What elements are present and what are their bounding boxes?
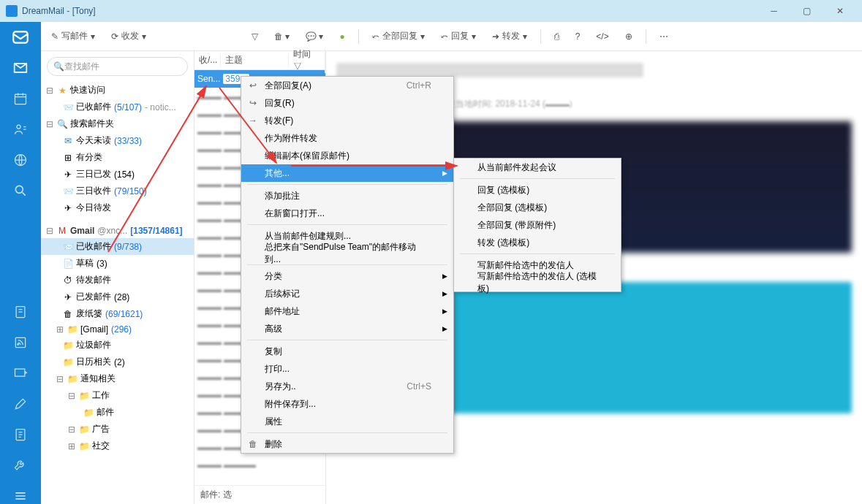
replyall-button[interactable]: ⤺ 全部回复 ▾ bbox=[369, 27, 428, 45]
mails-folder[interactable]: 📁邮件 bbox=[41, 404, 194, 421]
menu-item[interactable]: 其他...▶ bbox=[241, 164, 453, 182]
menu-item[interactable]: 总把来自"SendPulse Team"的邮件移动到... bbox=[241, 245, 453, 262]
recv-3day[interactable]: 📨三日收件 (79/150) bbox=[41, 183, 194, 199]
menu-item[interactable]: 在新窗口打开... bbox=[241, 205, 453, 222]
menu-item[interactable]: ↩全部回复(A)Ctrl+R bbox=[241, 77, 453, 94]
code-icon[interactable]: </> bbox=[593, 28, 611, 45]
gmail-folder[interactable]: ⊞📁[Gmail] (296) bbox=[41, 322, 194, 337]
svg-rect-6 bbox=[15, 337, 25, 347]
menu-item[interactable]: 附件保存到... bbox=[241, 395, 453, 413]
svg-point-4 bbox=[15, 186, 23, 193]
logo-icon[interactable] bbox=[12, 29, 29, 45]
folder-tree: 🔍 查找邮件 ⊟★快速访问 📨已收邮件 (5/107) - notic... ⊟… bbox=[41, 51, 194, 504]
globe-icon[interactable] bbox=[12, 152, 29, 168]
calendar-folder[interactable]: 📁日历相关 (2) bbox=[41, 354, 194, 370]
tagged[interactable]: ⊞有分类 bbox=[41, 149, 194, 166]
quick-access[interactable]: ⊟★快速访问 bbox=[41, 82, 194, 99]
menu-item[interactable]: 全部回复 (选模板) bbox=[454, 199, 621, 216]
social-folder[interactable]: ⊞📁社交 bbox=[41, 438, 194, 454]
window-title: DreamMail - [Tony] bbox=[22, 6, 757, 16]
submenu-other: 从当前邮件发起会议回复 (选模板)全部回复 (选模板)全部回复 (带原附件)转发… bbox=[453, 158, 621, 292]
svg-rect-0 bbox=[13, 31, 28, 42]
menu-item[interactable]: 写新邮件给选中的发信人 (选模板) bbox=[454, 274, 621, 291]
gmail-account[interactable]: ⊟MGmail@xnc... [1357/14861] bbox=[41, 224, 194, 238]
context-menu: ↩全部回复(A)Ctrl+R↪回复(R)→转发(F)作为附件转发编辑副本(保留原… bbox=[241, 76, 454, 454]
menu-item[interactable]: 转发 (选模板) bbox=[454, 234, 621, 251]
list-footer: 邮件: 选 bbox=[194, 485, 326, 504]
spam[interactable]: 📁垃圾邮件 bbox=[41, 337, 194, 354]
zoom-button[interactable]: ⊕ bbox=[622, 28, 635, 45]
menu-item[interactable]: 复制 bbox=[241, 343, 453, 360]
maximize-button[interactable]: ▢ bbox=[790, 0, 823, 22]
activity-bar bbox=[0, 22, 41, 504]
sent[interactable]: ✈已发邮件 (28) bbox=[41, 289, 194, 305]
help-button[interactable]: ? bbox=[572, 28, 583, 45]
compose-button[interactable]: ✎ 写邮件 ▾ bbox=[48, 27, 98, 45]
inbox-quick[interactable]: 📨已收邮件 (5/107) - notic... bbox=[41, 99, 194, 115]
mail-row[interactable]: ▬▬▬ ▬▬▬▬ bbox=[194, 456, 325, 473]
pv-subject bbox=[336, 63, 643, 77]
list-header[interactable]: 收/... 主题 时间 ▽ bbox=[194, 51, 325, 70]
sync-button[interactable]: ⟳ 收发 ▾ bbox=[108, 27, 149, 45]
menu-item[interactable]: 🗑删除 bbox=[241, 435, 453, 453]
notes-icon[interactable] bbox=[12, 304, 29, 320]
menu-item[interactable]: 添加批注 bbox=[241, 187, 453, 205]
menu-item[interactable]: 高级▶ bbox=[241, 320, 453, 337]
send-icon[interactable] bbox=[12, 365, 29, 381]
mail-icon[interactable] bbox=[12, 60, 29, 76]
forward-button[interactable]: ➜ 转发 ▾ bbox=[489, 27, 530, 45]
menu-item[interactable]: 后续标记▶ bbox=[241, 285, 453, 302]
toolbar: ✎ 写邮件 ▾ ⟳ 收发 ▾ ▽ 🗑 ▾ 💬 ▾ ● ⤺ 全部回复 ▾ ⤺ 回复… bbox=[41, 22, 862, 51]
ads-folder[interactable]: ⊟📁广告 bbox=[41, 421, 194, 438]
calendar-icon[interactable] bbox=[12, 91, 29, 107]
trash[interactable]: 🗑废纸篓 (69/1621) bbox=[41, 305, 194, 322]
menu-item[interactable]: 邮件地址▶ bbox=[241, 302, 453, 320]
sent-3day[interactable]: ✈三日已发 (154) bbox=[41, 166, 194, 183]
menu-item[interactable]: →转发(F) bbox=[241, 112, 453, 129]
edit-icon[interactable] bbox=[12, 396, 29, 412]
minimize-button[interactable]: ─ bbox=[757, 0, 790, 22]
rss-icon[interactable] bbox=[12, 335, 29, 351]
menu-item[interactable]: 回复 (选模板) bbox=[454, 181, 621, 199]
drafts[interactable]: 📄草稿 (3) bbox=[41, 255, 194, 272]
work-folder[interactable]: ⊟📁工作 bbox=[41, 387, 194, 404]
menu-item[interactable]: 作为附件转发 bbox=[241, 129, 453, 147]
contacts-icon[interactable] bbox=[12, 121, 29, 137]
svg-rect-1 bbox=[15, 94, 26, 104]
menu-item[interactable]: 打印... bbox=[241, 360, 453, 378]
search-folders[interactable]: ⊟🔍搜索邮件夹 bbox=[41, 115, 194, 132]
outbox[interactable]: ⏱待发邮件 bbox=[41, 272, 194, 289]
unread-today[interactable]: ✉今天未读 (33/33) bbox=[41, 132, 194, 149]
menu-icon[interactable] bbox=[12, 488, 29, 504]
menu-item[interactable]: 分类▶ bbox=[241, 267, 453, 285]
status-icon[interactable]: ● bbox=[336, 28, 347, 45]
titlebar: DreamMail - [Tony] ─ ▢ ✕ bbox=[0, 0, 862, 22]
today-pending[interactable]: ✈今日待发 bbox=[41, 199, 194, 216]
menu-item[interactable]: 从当前邮件发起会议 bbox=[454, 159, 621, 176]
menu-item[interactable]: 另存为..Ctrl+S bbox=[241, 378, 453, 395]
menu-item[interactable]: ↪回复(R) bbox=[241, 94, 453, 112]
menu-item[interactable]: 属性 bbox=[241, 413, 453, 430]
gmail-inbox[interactable]: 📨已收邮件 (9/738) bbox=[41, 238, 194, 255]
menu-item[interactable]: 全部回复 (带原附件) bbox=[454, 216, 621, 234]
menu-item[interactable]: 编辑副本(保留原邮件) bbox=[241, 147, 453, 164]
svg-point-2 bbox=[17, 125, 20, 129]
search-icon[interactable] bbox=[12, 183, 29, 199]
close-button[interactable]: ✕ bbox=[823, 0, 856, 22]
filter-button[interactable]: ▽ bbox=[249, 28, 261, 45]
tools-icon[interactable] bbox=[12, 457, 29, 473]
doc-icon[interactable] bbox=[12, 427, 29, 443]
delete-button[interactable]: 🗑 ▾ bbox=[271, 28, 292, 45]
print-button[interactable]: ⎙ bbox=[551, 28, 562, 45]
more-button[interactable]: ⋯ bbox=[657, 28, 671, 45]
search-input[interactable]: 🔍 查找邮件 bbox=[47, 57, 188, 76]
chat-button[interactable]: 💬 ▾ bbox=[303, 28, 326, 45]
app-icon bbox=[6, 5, 18, 17]
notify-folder[interactable]: ⊟📁通知相关 bbox=[41, 370, 194, 387]
reply-button[interactable]: ⤺ 回复 ▾ bbox=[438, 27, 479, 45]
